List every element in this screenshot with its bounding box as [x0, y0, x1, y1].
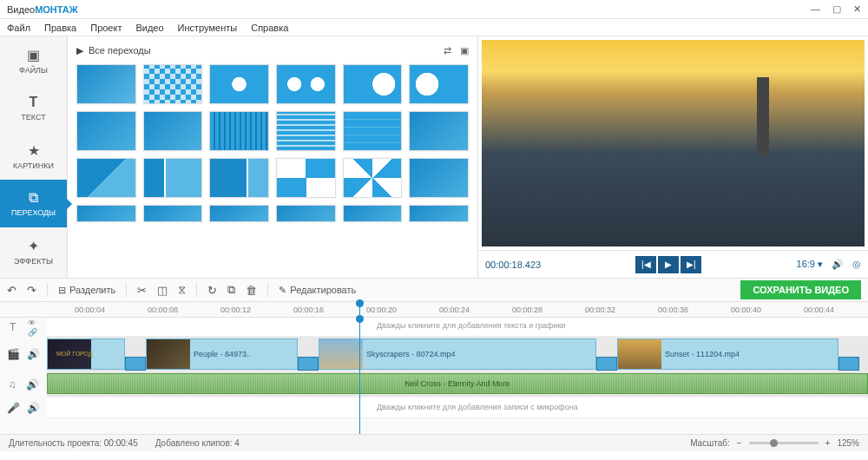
transition-thumb[interactable]: [76, 64, 136, 104]
link-icon[interactable]: 🔗: [28, 328, 37, 337]
menubar: Файл Правка Проект Видео Инструменты Спр…: [0, 19, 868, 36]
play-all-icon[interactable]: ▶: [76, 45, 83, 56]
transition-thumb[interactable]: [143, 64, 203, 104]
transition-thumb[interactable]: [409, 64, 469, 104]
next-frame-button[interactable]: ▶|: [681, 256, 701, 273]
transition-thumb[interactable]: [343, 64, 403, 104]
zoom-in-button[interactable]: +: [825, 438, 831, 448]
transition-thumb[interactable]: [143, 158, 203, 198]
separator: [47, 283, 48, 297]
audio-clip[interactable]: Neil Cross - Eternity And More: [47, 373, 868, 394]
video-clip[interactable]: МОЙ ГОРОД: [47, 338, 125, 370]
separator: [267, 283, 268, 297]
apply-all-icon[interactable]: ▣: [460, 45, 469, 56]
clip-label: Sunset - 111204.mp4: [661, 350, 743, 358]
transition-thumb[interactable]: [276, 205, 336, 222]
video-clip[interactable]: Skyscrapers - 80724.mp4: [319, 338, 596, 370]
sidebar-label-effects: ЭФФЕКТЫ: [14, 257, 53, 266]
transition-thumb[interactable]: [409, 158, 469, 198]
cut-button[interactable]: ✂: [137, 284, 147, 297]
sidebar-item-pictures[interactable]: ★ КАРТИНКИ: [0, 132, 67, 180]
tracks-wrap: T👁🔗 🎬🔊 ♫🔊 🎤🔊 Дважды кликните для добавле…: [0, 318, 868, 434]
transition-thumb[interactable]: [143, 111, 203, 151]
sidebar-label-pictures: КАРТИНКИ: [13, 161, 54, 170]
menu-help[interactable]: Справка: [251, 23, 288, 33]
crop-button[interactable]: ◫: [157, 284, 168, 297]
ruler-tick: 00:00:28: [512, 306, 542, 314]
transition-thumb[interactable]: [343, 111, 403, 151]
transition-thumb[interactable]: [343, 205, 403, 222]
transitions-title-wrap: ▶ Все переходы: [76, 45, 151, 56]
transition-thumb[interactable]: [76, 111, 136, 151]
audio-label: Neil Cross - Eternity And More: [404, 379, 510, 388]
audio-track[interactable]: Neil Cross - Eternity And More: [47, 371, 868, 398]
transition-thumb[interactable]: [343, 158, 403, 198]
undo-button[interactable]: ↶: [7, 284, 16, 297]
shuffle-icon[interactable]: ⇄: [444, 45, 451, 56]
text-track[interactable]: Дважды кликните для добавления текста и …: [47, 318, 868, 337]
transition-thumb[interactable]: [409, 205, 469, 222]
speed-button[interactable]: ⧖: [178, 283, 186, 297]
transition-badge[interactable]: 2,0: [298, 357, 319, 371]
sidebar-item-transitions[interactable]: ⧉ ПЕРЕХОДЫ: [0, 180, 67, 227]
menu-project[interactable]: Проект: [90, 23, 122, 33]
split-button[interactable]: ⊟ Разделить: [58, 285, 115, 296]
text-icon: T: [30, 95, 38, 110]
menu-edit[interactable]: Правка: [44, 23, 76, 33]
minimize-icon[interactable]: —: [811, 3, 820, 15]
copy-button[interactable]: ⧉: [227, 283, 235, 297]
close-icon[interactable]: ✕: [853, 3, 861, 15]
edit-button[interactable]: ✎ Редактировать: [279, 285, 356, 296]
transition-thumb[interactable]: [409, 111, 469, 151]
app-name-prefix: Видео: [7, 4, 35, 15]
transition-thumb[interactable]: [143, 205, 203, 222]
rotate-button[interactable]: ↻: [207, 284, 217, 297]
transition-badge[interactable]: 2,0: [125, 357, 146, 371]
menu-tools[interactable]: Инструменты: [178, 23, 238, 33]
sidebar-item-text[interactable]: T ТЕКСТ: [0, 84, 67, 132]
volume-icon[interactable]: 🔊: [27, 402, 40, 414]
mic-track[interactable]: Дважды кликните для добавления записи с …: [47, 398, 868, 418]
transition-thumb[interactable]: [276, 111, 336, 151]
video-clip[interactable]: Sunset - 111204.mp4: [617, 338, 838, 370]
video-clip[interactable]: People - 84973..: [146, 338, 298, 370]
volume-icon[interactable]: 🔊: [26, 378, 39, 391]
play-button[interactable]: ▶: [658, 256, 679, 273]
wand-icon: ✦: [28, 238, 39, 254]
aspect-ratio-dropdown[interactable]: 16:9 ▾: [797, 259, 823, 270]
transition-badge[interactable]: 2,0: [596, 357, 617, 371]
playhead-line[interactable]: [359, 318, 360, 434]
volume-icon[interactable]: 🔊: [832, 259, 844, 270]
video-track[interactable]: МОЙ ГОРОД 2,0 People - 84973.. 2,0 Skysc…: [47, 337, 868, 371]
clip-thumb: [147, 339, 190, 369]
menu-file[interactable]: Файл: [7, 23, 30, 33]
clip-label: People - 84973..: [190, 350, 254, 358]
volume-icon[interactable]: 🔊: [27, 348, 40, 360]
main-area: ▣ ФАЙЛЫ T ТЕКСТ ★ КАРТИНКИ ⧉ ПЕРЕХОДЫ ✦ …: [0, 36, 868, 278]
transition-thumb[interactable]: [276, 158, 336, 198]
transition-thumb[interactable]: [209, 158, 269, 198]
transition-thumb[interactable]: [209, 111, 269, 151]
zoom-slider[interactable]: [749, 442, 819, 444]
transition-thumb[interactable]: [76, 158, 136, 198]
ruler[interactable]: 00:00:04 00:00:08 00:00:12 00:00:16 00:0…: [0, 302, 868, 318]
sidebar-item-effects[interactable]: ✦ ЭФФЕКТЫ: [0, 227, 67, 275]
zoom-out-button[interactable]: −: [737, 438, 742, 448]
ruler-tick: 00:00:32: [585, 306, 615, 314]
transition-thumb[interactable]: [209, 64, 269, 104]
prev-frame-button[interactable]: |◀: [635, 256, 656, 273]
sidebar-item-files[interactable]: ▣ ФАЙЛЫ: [0, 36, 67, 84]
transition-badge[interactable]: 2,0: [838, 357, 859, 371]
preview-video[interactable]: [482, 40, 865, 246]
menu-video[interactable]: Видео: [135, 23, 163, 33]
transition-thumb[interactable]: [76, 205, 136, 222]
save-video-button[interactable]: СОХРАНИТЬ ВИДЕО: [740, 280, 861, 299]
maximize-icon[interactable]: ▢: [832, 3, 841, 15]
eye-icon[interactable]: 👁: [28, 319, 37, 327]
transition-thumb[interactable]: [276, 64, 336, 104]
redo-button[interactable]: ↷: [27, 284, 36, 297]
transition-thumb[interactable]: [209, 205, 269, 222]
snapshot-icon[interactable]: ◎: [852, 259, 861, 270]
sidebar: ▣ ФАЙЛЫ T ТЕКСТ ★ КАРТИНКИ ⧉ ПЕРЕХОДЫ ✦ …: [0, 36, 68, 278]
delete-button[interactable]: 🗑: [246, 284, 257, 297]
